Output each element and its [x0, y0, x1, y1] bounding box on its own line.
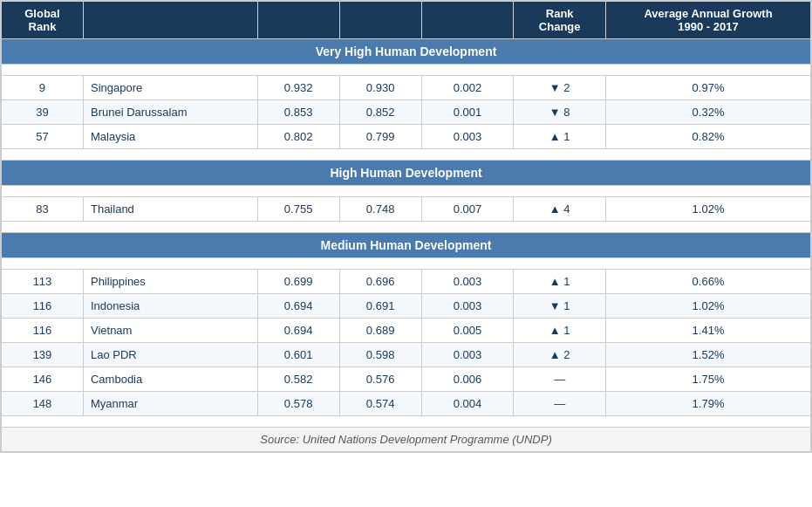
value-2017-cell: 0.578 [257, 392, 339, 416]
section-header-row: High Human Development [2, 161, 811, 186]
spacer-row [2, 65, 811, 76]
country-cell: Philippines [83, 270, 257, 294]
spacer-row [2, 416, 811, 428]
country-cell: Indonesia [83, 294, 257, 319]
value-2016-cell: 0.852 [339, 100, 421, 125]
header-rank-change: Rank Change [514, 2, 606, 39]
table-row: 139Lao PDR0.6010.5980.003▲ 21.52% [2, 343, 811, 367]
change-cell: 0.003 [421, 343, 514, 367]
country-cell: Cambodia [83, 367, 257, 392]
value-2017-cell: 0.694 [257, 319, 339, 343]
avg-growth-cell: 1.02% [606, 294, 811, 319]
section-header-row: Very High Human Development [2, 39, 811, 65]
spacer-row [2, 149, 811, 161]
table-row: 116Vietnam0.6940.6890.005▲ 11.41% [2, 319, 811, 343]
change-cell: 0.007 [421, 197, 514, 222]
value-2017-cell: 0.582 [257, 367, 339, 392]
avg-growth-cell: 0.32% [606, 100, 811, 125]
rank-change-cell: ▼ 2 [514, 76, 606, 100]
change-cell: 0.006 [421, 367, 514, 392]
avg-growth-cell: 0.97% [606, 76, 811, 100]
hdi-table: Global Rank Rank Change Average Annual G… [1, 1, 811, 452]
spacer-row [2, 258, 811, 270]
section-title: High Human Development [2, 161, 811, 186]
table-row: 148Myanmar0.5780.5740.004—1.79% [2, 392, 811, 416]
value-2016-cell: 0.598 [339, 343, 421, 367]
header-avg-growth: Average Annual Growth 1990 - 2017 [606, 2, 811, 39]
avg-growth-cell: 1.75% [606, 367, 811, 392]
table-row: 146Cambodia0.5820.5760.006—1.75% [2, 367, 811, 392]
rank-cell: 57 [2, 125, 84, 149]
section-title: Medium Human Development [2, 233, 811, 258]
value-2017-cell: 0.932 [257, 76, 339, 100]
rank-change-cell: ▼ 8 [514, 100, 606, 125]
value-2017-cell: 0.853 [257, 100, 339, 125]
rank-change-cell: — [514, 367, 606, 392]
country-cell: Singapore [83, 76, 257, 100]
rank-cell: 116 [2, 294, 84, 319]
avg-growth-cell: 1.79% [606, 392, 811, 416]
rank-change-cell: ▲ 1 [514, 270, 606, 294]
value-2016-cell: 0.696 [339, 270, 421, 294]
change-cell: 0.005 [421, 319, 514, 343]
value-2016-cell: 0.799 [339, 125, 421, 149]
change-cell: 0.004 [421, 392, 514, 416]
rank-cell: 148 [2, 392, 84, 416]
header-country [83, 2, 257, 39]
country-cell: Thailand [83, 197, 257, 222]
rank-cell: 146 [2, 367, 84, 392]
value-2016-cell: 0.930 [339, 76, 421, 100]
value-2016-cell: 0.574 [339, 392, 421, 416]
country-cell: Vietnam [83, 319, 257, 343]
rank-cell: 113 [2, 270, 84, 294]
source-text: Source: United Nations Development Progr… [2, 428, 811, 452]
value-2016-cell: 0.691 [339, 294, 421, 319]
table-row: 9Singapore0.9320.9300.002▼ 20.97% [2, 76, 811, 100]
change-cell: 0.001 [421, 100, 514, 125]
value-2017-cell: 0.755 [257, 197, 339, 222]
rank-cell: 116 [2, 319, 84, 343]
rank-cell: 39 [2, 100, 84, 125]
rank-change-cell: ▲ 2 [514, 343, 606, 367]
value-2017-cell: 0.601 [257, 343, 339, 367]
header-change [421, 2, 514, 39]
rank-change-cell: ▼ 1 [514, 294, 606, 319]
rank-cell: 139 [2, 343, 84, 367]
rank-change-cell: ▲ 1 [514, 319, 606, 343]
avg-growth-cell: 0.66% [606, 270, 811, 294]
country-cell: Brunei Darussalam [83, 100, 257, 125]
value-2017-cell: 0.699 [257, 270, 339, 294]
change-cell: 0.003 [421, 294, 514, 319]
avg-growth-cell: 1.41% [606, 319, 811, 343]
avg-growth-cell: 0.82% [606, 125, 811, 149]
spacer-row [2, 186, 811, 197]
table-row: 113Philippines0.6990.6960.003▲ 10.66% [2, 270, 811, 294]
country-cell: Lao PDR [83, 343, 257, 367]
rank-change-cell: ▲ 1 [514, 125, 606, 149]
value-2017-cell: 0.802 [257, 125, 339, 149]
source-row: Source: United Nations Development Progr… [2, 428, 811, 452]
change-cell: 0.002 [421, 76, 514, 100]
section-title: Very High Human Development [2, 39, 811, 65]
rank-change-cell: — [514, 392, 606, 416]
value-2016-cell: 0.576 [339, 367, 421, 392]
country-cell: Myanmar [83, 392, 257, 416]
change-cell: 0.003 [421, 270, 514, 294]
table-row: 83Thailand0.7550.7480.007▲ 41.02% [2, 197, 811, 222]
value-2016-cell: 0.748 [339, 197, 421, 222]
header-global-rank: Global Rank [2, 2, 84, 39]
header-2016 [339, 2, 421, 39]
table-row: 57Malaysia0.8020.7990.003▲ 10.82% [2, 125, 811, 149]
main-table-wrapper: Global Rank Rank Change Average Annual G… [0, 0, 812, 453]
section-header-row: Medium Human Development [2, 233, 811, 258]
value-2017-cell: 0.694 [257, 294, 339, 319]
rank-cell: 83 [2, 197, 84, 222]
change-cell: 0.003 [421, 125, 514, 149]
value-2016-cell: 0.689 [339, 319, 421, 343]
header-row: Global Rank Rank Change Average Annual G… [2, 2, 811, 39]
table-row: 39Brunei Darussalam0.8530.8520.001▼ 80.3… [2, 100, 811, 125]
table-body: Very High Human Development9Singapore0.9… [2, 39, 811, 452]
avg-growth-cell: 1.02% [606, 197, 811, 222]
avg-growth-cell: 1.52% [606, 343, 811, 367]
rank-change-cell: ▲ 4 [514, 197, 606, 222]
